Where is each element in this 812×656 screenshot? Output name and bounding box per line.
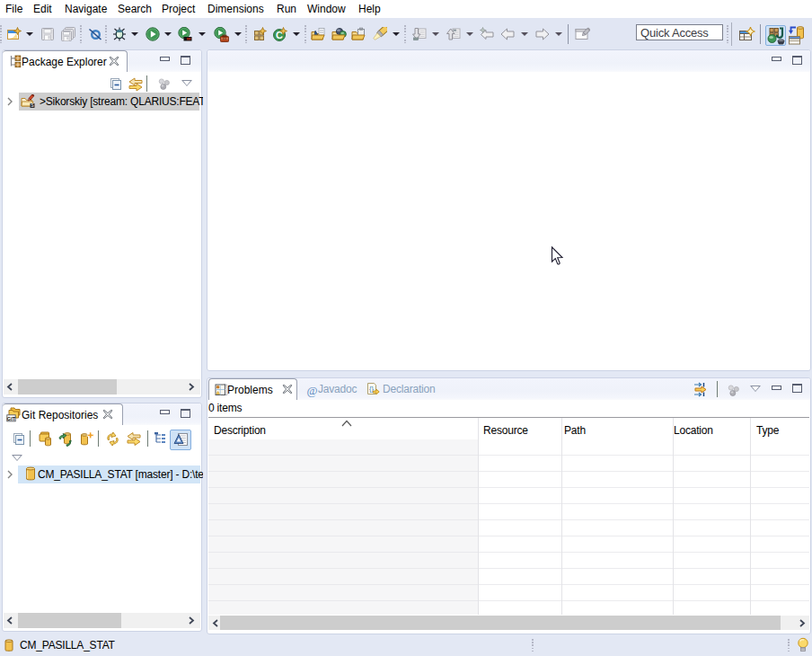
svg-text:@: @ — [307, 384, 318, 397]
svg-text:GIT: GIT — [7, 416, 16, 421]
svg-text:S: S — [31, 103, 33, 108]
